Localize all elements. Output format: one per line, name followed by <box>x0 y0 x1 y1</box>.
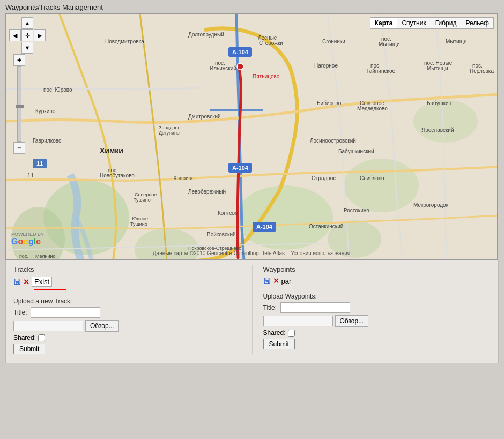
svg-text:пос. Юрово: пос. Юрово <box>43 87 72 93</box>
svg-point-8 <box>237 63 243 70</box>
svg-text:Бабушкинский: Бабушкинский <box>338 148 374 154</box>
svg-text:Тушино: Тушино <box>134 197 151 203</box>
waypoints-file-row: Обзор... <box>263 315 491 327</box>
svg-text:Дмитровский: Дмитровский <box>188 114 221 120</box>
tracks-shared-row: Shared: <box>13 334 241 341</box>
svg-text:Ильинский: Ильинский <box>210 65 236 71</box>
waypoints-shared-checkbox[interactable] <box>288 330 295 337</box>
svg-text:Свиблово: Свиблово <box>360 175 384 181</box>
tracks-title: Tracks <box>13 265 241 273</box>
svg-text:Ховрино: Ховрино <box>173 175 195 181</box>
svg-text:Лосиноостровский: Лосиноостровский <box>310 138 356 144</box>
svg-text:Гаврилково: Гаврилково <box>33 138 62 144</box>
waypoints-upload-section: Upload Waypoints: Title: Обзор... Shared… <box>263 293 491 349</box>
nav-center-button[interactable]: ✛ <box>21 29 33 41</box>
svg-text:А-104: А-104 <box>232 49 249 55</box>
tracks-file-input[interactable] <box>13 321 83 331</box>
zoom-out-button[interactable]: − <box>13 142 25 154</box>
waypoints-title: Waypoints <box>263 265 491 273</box>
svg-text:Бибирево: Бибирево <box>317 100 342 106</box>
tracks-save-icon[interactable]: 🖫 <box>13 278 21 286</box>
waypoints-shared-label: Shared: <box>263 329 286 337</box>
waypoints-upload-title: Upload Waypoints: <box>263 293 491 300</box>
bottom-panel: Tracks 🖫 ✕ Exist Upload a new Track: Tit… <box>5 260 499 363</box>
waypoints-title-label: Title: <box>263 304 278 311</box>
svg-text:11: 11 <box>36 160 43 167</box>
svg-text:Мытищи: Мытищи <box>427 65 448 71</box>
svg-text:Ростокино: Ростокино <box>344 207 369 213</box>
tracks-submit-button[interactable]: Submit <box>13 344 45 354</box>
zoom-control: + − 11 <box>13 54 25 154</box>
svg-text:А-104: А-104 <box>232 165 249 171</box>
svg-text:Мытищи: Мытищи <box>446 39 467 44</box>
zoom-track[interactable] <box>17 66 21 142</box>
map-type-gibrid[interactable]: Гибрид <box>431 17 461 29</box>
waypoints-item-row: 🖫 ✕ par <box>263 277 491 285</box>
tracks-browse-button[interactable]: Обзор... <box>85 320 119 332</box>
map-type-controls: Карта Спутник Гибрид Рельеф <box>370 17 494 29</box>
waypoints-file-input[interactable] <box>263 316 333 326</box>
svg-text:пос.: пос. <box>19 254 28 259</box>
tracks-shared-label: Shared: <box>13 334 36 341</box>
svg-text:Сторожки: Сторожки <box>259 40 283 46</box>
svg-text:Нагорное: Нагорное <box>314 63 338 69</box>
nav-right-button[interactable]: ▶ <box>34 29 46 41</box>
svg-text:Останкинский: Останкинский <box>309 224 343 229</box>
svg-text:Войковский: Войковский <box>207 232 236 237</box>
svg-text:Западное: Западное <box>159 125 181 130</box>
svg-text:Сгонники: Сгонники <box>322 39 345 44</box>
nav-down-button[interactable]: ▼ <box>21 42 33 54</box>
svg-text:Химки: Химки <box>100 146 123 155</box>
svg-text:Ярославский: Ярославский <box>421 127 454 133</box>
map-type-relief[interactable]: Рельеф <box>461 17 494 29</box>
svg-text:Долгопрудный: Долгопрудный <box>188 32 224 38</box>
svg-text:Отрадное: Отрадное <box>312 175 336 181</box>
tracks-column: Tracks 🖫 ✕ Exist Upload a new Track: Tit… <box>13 265 252 354</box>
waypoints-title-input[interactable] <box>280 302 350 313</box>
svg-text:Медведково: Медведково <box>357 106 388 111</box>
map-type-sputnik[interactable]: Спутник <box>397 17 430 29</box>
map-type-karta[interactable]: Карта <box>370 17 397 29</box>
tracks-shared-checkbox[interactable] <box>38 334 45 341</box>
map-background: А-104 А-104 А-104 11 Новодмитровка Долго… <box>6 14 497 259</box>
tracks-title-input[interactable] <box>31 307 100 318</box>
tracks-item-name[interactable]: Exist <box>32 277 52 287</box>
waypoints-shared-row: Shared: <box>263 329 491 337</box>
svg-text:Мелнино: Мелнино <box>35 254 56 259</box>
zoom-level-label: 11 <box>27 172 34 178</box>
svg-text:Новодмитровка: Новодмитровка <box>105 39 144 44</box>
svg-text:Южное: Южное <box>132 216 148 221</box>
svg-text:Коптево: Коптево <box>218 210 238 216</box>
tracks-file-row: Обзор... <box>13 320 241 332</box>
svg-point-4 <box>413 100 478 143</box>
zoom-in-button[interactable]: + <box>13 54 25 66</box>
waypoints-delete-icon[interactable]: ✕ <box>273 277 279 285</box>
svg-text:шино: шино <box>16 259 27 259</box>
zoom-thumb[interactable] <box>16 105 24 108</box>
waypoints-submit-button[interactable]: Submit <box>263 339 295 349</box>
nav-up-button[interactable]: ▲ <box>21 17 33 29</box>
svg-text:Перловка: Перловка <box>470 68 494 74</box>
waypoints-browse-button[interactable]: Обзор... <box>335 315 369 327</box>
tracks-upload-section: Upload a new Track: Title: Обзор... Shar… <box>13 297 241 354</box>
tracks-delete-icon[interactable]: ✕ <box>23 278 29 286</box>
svg-point-1 <box>236 185 333 250</box>
google-logo: Google <box>11 237 41 247</box>
svg-point-2 <box>344 159 419 212</box>
svg-text:Новобутаково: Новобутаково <box>100 173 135 178</box>
nav-left-button[interactable]: ◀ <box>9 29 21 41</box>
page-title: Waypoints/Tracks Management <box>0 0 504 13</box>
map-navigation: ▲ ◀ ✛ ▶ ▼ <box>9 17 46 54</box>
svg-text:Бабушкин: Бабушкин <box>427 100 451 106</box>
map-footer-text: Данные карты ©2010 Geocentre Consulting,… <box>153 250 350 256</box>
svg-text:Мытищи: Мытищи <box>379 41 400 47</box>
waypoints-item-name: par <box>281 277 292 285</box>
tracks-title-row: Title: <box>13 307 241 318</box>
waypoints-title-row: Title: <box>263 302 491 313</box>
tracks-item-row: 🖫 ✕ Exist <box>13 277 241 287</box>
svg-text:А-104: А-104 <box>256 224 273 230</box>
powered-by: POWERED BY Google <box>11 231 44 247</box>
waypoints-save-icon[interactable]: 🖫 <box>263 277 271 285</box>
svg-text:Левобережный: Левобережный <box>188 189 226 195</box>
tracks-title-label: Title: <box>13 309 28 316</box>
